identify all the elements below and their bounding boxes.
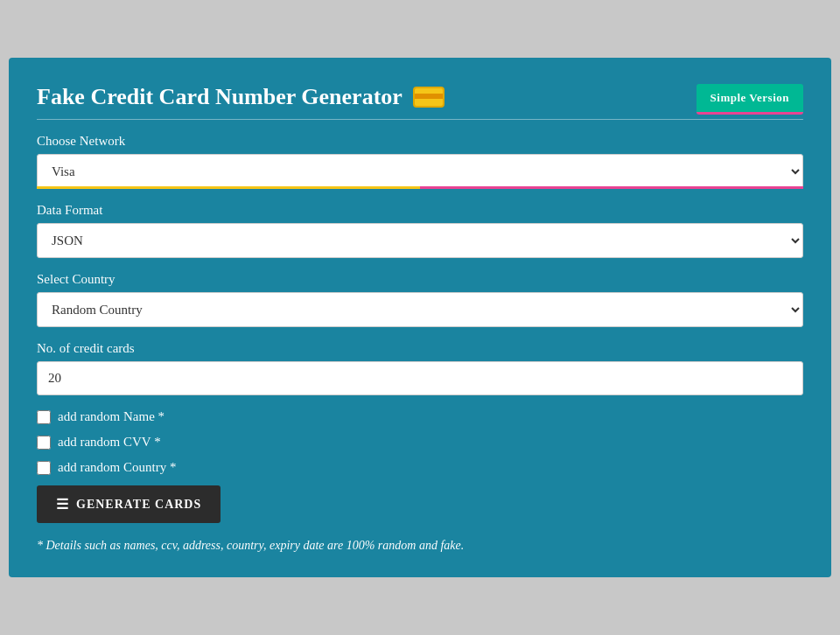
credit-card-icon bbox=[413, 87, 444, 108]
checkbox-cvv-group: add random CVV * bbox=[37, 435, 803, 450]
checkbox-name-label[interactable]: add random Name * bbox=[58, 409, 164, 424]
checkbox-country-label[interactable]: add random Country * bbox=[58, 460, 176, 475]
checkbox-country[interactable] bbox=[37, 461, 51, 475]
generate-button-label: GENERATE CARDS bbox=[76, 498, 201, 512]
checkbox-name[interactable] bbox=[37, 410, 51, 424]
checkbox-cvv-label[interactable]: add random CVV * bbox=[58, 435, 161, 450]
count-input[interactable] bbox=[37, 361, 803, 395]
title-row: Fake Credit Card Number Generator bbox=[37, 84, 803, 110]
list-icon: ☰ bbox=[56, 496, 69, 513]
main-card: Fake Credit Card Number Generator Simple… bbox=[9, 58, 831, 577]
count-group: No. of credit cards bbox=[37, 341, 803, 395]
network-group: Choose Network Visa Mastercard American … bbox=[37, 134, 803, 189]
checkbox-name-group: add random Name * bbox=[37, 409, 803, 424]
checkbox-cvv[interactable] bbox=[37, 436, 51, 450]
simple-version-button[interactable]: Simple Version bbox=[696, 84, 803, 115]
format-label: Data Format bbox=[37, 203, 803, 218]
format-select[interactable]: JSON XML CSV bbox=[37, 223, 803, 258]
network-label: Choose Network bbox=[37, 134, 803, 149]
format-group: Data Format JSON XML CSV bbox=[37, 203, 803, 258]
generate-button[interactable]: ☰ GENERATE CARDS bbox=[37, 485, 220, 523]
country-select[interactable]: Random Country United States United King… bbox=[37, 292, 803, 327]
count-label: No. of credit cards bbox=[37, 341, 803, 356]
checkbox-country-group: add random Country * bbox=[37, 460, 803, 475]
country-group: Select Country Random Country United Sta… bbox=[37, 272, 803, 327]
network-select[interactable]: Visa Mastercard American Express Discove… bbox=[37, 154, 803, 189]
divider bbox=[37, 119, 803, 120]
network-select-wrapper: Visa Mastercard American Express Discove… bbox=[37, 154, 803, 189]
country-label: Select Country bbox=[37, 272, 803, 287]
page-title: Fake Credit Card Number Generator bbox=[37, 84, 402, 110]
disclaimer: * Details such as names, ccv, address, c… bbox=[37, 539, 803, 553]
